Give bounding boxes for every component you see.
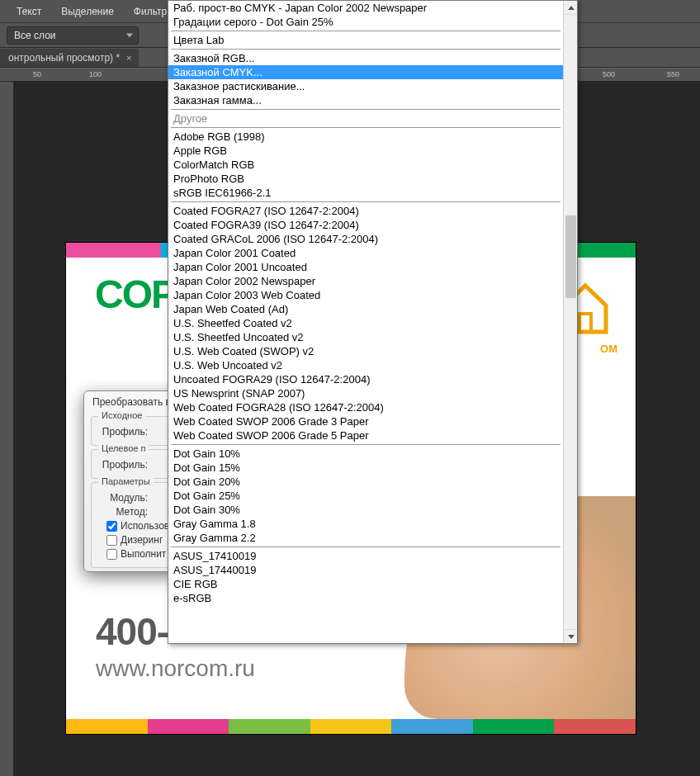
ruler-label: 500 bbox=[603, 70, 615, 78]
group-label-params: Параметры bbox=[98, 476, 154, 486]
ruler-label: 50 bbox=[33, 70, 41, 78]
profile-option[interactable]: Dot Gain 25% bbox=[168, 489, 563, 503]
ruler-vertical bbox=[0, 82, 14, 776]
tab-title: онтрольный просмотр) * bbox=[8, 52, 120, 64]
checkbox-input[interactable] bbox=[106, 535, 117, 546]
label-method: Метод: bbox=[98, 506, 148, 518]
profile-option[interactable]: Coated GRACoL 2006 (ISO 12647-2:2004) bbox=[168, 232, 563, 246]
profile-option[interactable]: Uncoated FOGRA29 (ISO 12647-2:2004) bbox=[168, 372, 563, 386]
work-area: COP OM 400- www.norcom.ru Преобразовать … bbox=[0, 82, 700, 776]
profile-option[interactable]: Web Coated FOGRA28 (ISO 12647-2:2004) bbox=[168, 400, 563, 414]
website-url: www.norcom.ru bbox=[96, 655, 255, 682]
close-icon[interactable]: × bbox=[125, 53, 133, 63]
profile-option[interactable]: Градации серого - Dot Gain 25% bbox=[168, 15, 563, 29]
scroll-down-icon[interactable] bbox=[564, 629, 578, 643]
scrollbar[interactable] bbox=[563, 1, 577, 643]
profile-option[interactable]: ProPhoto RGB bbox=[168, 172, 563, 186]
checkbox-input[interactable] bbox=[106, 549, 117, 560]
scroll-thumb[interactable] bbox=[565, 215, 576, 298]
label-module: Модуль: bbox=[98, 492, 148, 504]
profile-option[interactable]: Gray Gamma 2.2 bbox=[168, 531, 563, 545]
label-profile: Профиль: bbox=[98, 426, 148, 438]
profile-option[interactable]: Coated FOGRA27 (ISO 12647-2:2004) bbox=[168, 204, 563, 218]
phone-number: 400- bbox=[96, 609, 168, 654]
profile-option[interactable]: Цвета Lab bbox=[168, 33, 563, 47]
profile-option[interactable]: Japan Color 2002 Newspaper bbox=[168, 274, 563, 288]
profile-option[interactable]: Раб. прост-во CMYK - Japan Color 2002 Ne… bbox=[168, 1, 563, 15]
profile-option[interactable]: U.S. Web Uncoated v2 bbox=[168, 358, 563, 372]
profile-option[interactable]: Web Coated SWOP 2006 Grade 3 Paper bbox=[168, 414, 563, 428]
ruler-label: 550 bbox=[667, 70, 679, 78]
profile-option[interactable]: Japan Color 2001 Uncoated bbox=[168, 260, 563, 274]
checkbox-label: Выполнит bbox=[121, 548, 166, 560]
logo-text: COP bbox=[95, 272, 176, 317]
label-profile: Профиль: bbox=[98, 459, 148, 471]
ruler-label: 100 bbox=[89, 70, 102, 78]
profile-option[interactable]: Japan Web Coated (Ad) bbox=[168, 302, 563, 316]
menu-heading: Другое bbox=[168, 111, 563, 125]
profile-option[interactable]: Dot Gain 30% bbox=[168, 503, 563, 517]
profile-option[interactable]: e-sRGB bbox=[168, 591, 563, 605]
profile-option[interactable]: Заказной RGB... bbox=[168, 51, 563, 65]
checkbox-input[interactable] bbox=[106, 521, 117, 532]
profile-option[interactable]: U.S. Sheetfed Uncoated v2 bbox=[168, 330, 563, 344]
document-tab[interactable]: онтрольный просмотр) * × bbox=[0, 49, 139, 67]
checkbox-label: Использов bbox=[121, 520, 169, 532]
profile-option[interactable]: ASUS_17410019 bbox=[168, 549, 563, 563]
profile-option[interactable]: Japan Color 2003 Web Coated bbox=[168, 288, 563, 302]
profile-option[interactable]: Заказная гамма... bbox=[168, 93, 563, 107]
profile-option[interactable]: U.S. Sheetfed Coated v2 bbox=[168, 316, 563, 330]
profile-option[interactable]: Adobe RGB (1998) bbox=[168, 130, 563, 144]
profile-option[interactable]: US Newsprint (SNAP 2007) bbox=[168, 386, 563, 400]
layers-dropdown[interactable]: Все слои bbox=[7, 26, 139, 45]
profile-dropdown-menu[interactable]: Раб. прост-во CMYK - Japan Color 2002 Ne… bbox=[168, 0, 578, 644]
checkbox-label: Дизеринг bbox=[121, 534, 163, 546]
profile-option[interactable]: Coated FOGRA39 (ISO 12647-2:2004) bbox=[168, 218, 563, 232]
profile-option[interactable]: Заказной CMYK... bbox=[168, 65, 563, 79]
profile-option[interactable]: Web Coated SWOP 2006 Grade 5 Paper bbox=[168, 428, 563, 442]
profile-option[interactable]: sRGB IEC61966-2.1 bbox=[168, 186, 563, 200]
brand-stripe-bottom bbox=[66, 719, 636, 734]
profile-option[interactable]: Gray Gamma 1.8 bbox=[168, 517, 563, 531]
profile-option[interactable]: Dot Gain 10% bbox=[168, 447, 563, 461]
house-label: OM bbox=[600, 343, 617, 355]
profile-option[interactable]: Apple RGB bbox=[168, 144, 563, 158]
scroll-up-icon[interactable] bbox=[564, 1, 578, 15]
menu-selection[interactable]: Выделение bbox=[51, 2, 124, 21]
profile-option[interactable]: Dot Gain 15% bbox=[168, 461, 563, 475]
profile-option[interactable]: Заказное растискивание... bbox=[168, 79, 563, 93]
profile-option[interactable]: CIE RGB bbox=[168, 577, 563, 591]
group-label-target: Целевое п bbox=[98, 443, 149, 453]
profile-option[interactable]: Dot Gain 20% bbox=[168, 475, 563, 489]
svg-rect-0 bbox=[579, 314, 591, 332]
menu-text[interactable]: Текст bbox=[7, 2, 51, 21]
profile-option[interactable]: ASUS_17440019 bbox=[168, 563, 563, 577]
profile-option[interactable]: Japan Color 2001 Coated bbox=[168, 246, 563, 260]
profile-option[interactable]: ColorMatch RGB bbox=[168, 158, 563, 172]
profile-option[interactable]: U.S. Web Coated (SWOP) v2 bbox=[168, 344, 563, 358]
group-label-source: Исходное bbox=[98, 410, 145, 420]
